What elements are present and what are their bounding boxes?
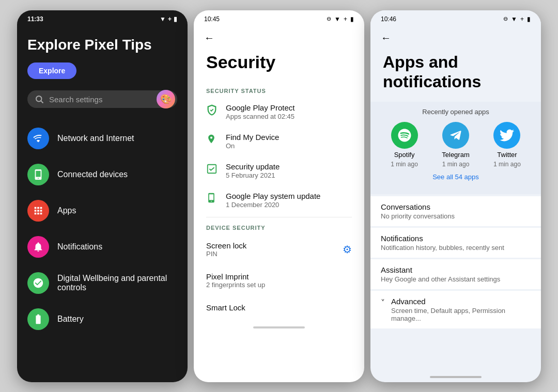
screen-lock-title: Screen lock	[206, 241, 246, 250]
wifi-icon-3: ▼	[511, 15, 517, 23]
advanced-title: Advanced	[391, 297, 531, 306]
back-button-2[interactable]: ←	[194, 26, 364, 48]
play-protect-title: Google Play Protect	[226, 103, 295, 112]
wifi-icon: ▼	[160, 15, 166, 23]
divider-2	[206, 217, 352, 217]
security-update-title: Security update	[226, 162, 280, 171]
search-placeholder: Search settings	[49, 95, 170, 104]
security-update-text: Security update 5 February 2021	[226, 162, 280, 179]
notifications-title: Notifications	[381, 234, 531, 243]
pixel-imprint-item[interactable]: Pixel Imprint 2 fingerprints set up	[194, 265, 364, 296]
home-indicator-2	[194, 319, 364, 333]
security-update-sub: 5 February 2021	[226, 171, 280, 179]
assistant-item[interactable]: Assistant Hey Google and other Assistant…	[370, 259, 541, 289]
find-device-sub: On	[226, 142, 279, 150]
smart-lock-title: Smart Lock	[206, 303, 245, 312]
home-bar-2	[253, 326, 305, 328]
menu-item-notifications[interactable]: Notifications	[27, 229, 177, 265]
notifications-label: Notifications	[57, 242, 102, 252]
signal-icon-2: +	[344, 15, 347, 23]
spotify-item[interactable]: Spotify 1 min ago	[391, 122, 418, 168]
advanced-text: Advanced Screen time, Default apps, Perm…	[391, 297, 531, 322]
recently-opened-label: Recently opened apps	[379, 108, 533, 116]
security-item-play-protect[interactable]: Google Play Protect Apps scanned at 02:4…	[194, 97, 364, 127]
storage-icon-3: ⊖	[503, 15, 508, 22]
battery-icon: ▮	[174, 15, 177, 23]
security-update-icon	[206, 163, 219, 177]
time-1: 11:33	[27, 15, 43, 23]
spotify-icon	[391, 122, 418, 149]
svg-line-1	[41, 101, 43, 103]
spotify-name: Spotify	[394, 151, 415, 159]
conversations-sub: No priority conversations	[381, 212, 531, 220]
back-button-3[interactable]: ←	[370, 26, 541, 48]
svg-point-0	[36, 96, 42, 102]
battery-icon-2: ▮	[350, 15, 354, 23]
signal-icon-3: +	[520, 15, 524, 23]
pixel-imprint-text: Pixel Imprint 2 fingerprints set up	[206, 272, 265, 289]
security-item-update[interactable]: Security update 5 February 2021	[194, 156, 364, 185]
home-indicator-3	[370, 369, 541, 382]
signal-icon: +	[168, 15, 172, 23]
assistant-title: Assistant	[381, 265, 531, 274]
screen-lock-text: Screen lock PIN	[206, 241, 246, 258]
screen-lock-item[interactable]: Screen lock PIN ⚙	[194, 234, 364, 265]
phone1-content: Explore Pixel Tips Explore Search settin…	[17, 26, 188, 338]
phone-security: 10:45 ⊖ ▼ + ▮ ← Security SECURITY STATUS…	[194, 10, 364, 382]
advanced-sub: Screen time, Default apps, Permission ma…	[391, 307, 531, 322]
network-icon	[27, 128, 49, 149]
twitter-icon	[493, 122, 520, 149]
smart-lock-text: Smart Lock	[206, 303, 245, 312]
system-update-text: Google Play system update 1 December 202…	[226, 192, 320, 209]
phone-dark-settings: 11:33 ▼ + ▮ Explore Pixel Tips Explore S…	[17, 10, 188, 382]
telegram-name: Telegram	[442, 151, 469, 159]
recently-opened-section: Recently opened apps Spotify 1 min ago	[370, 102, 541, 194]
status-icons-3: ⊖ ▼ + ▮	[503, 15, 531, 23]
menu-item-connected[interactable]: Connected devices	[27, 156, 177, 193]
system-update-sub: 1 December 2020	[226, 201, 320, 209]
conversations-title: Conversations	[381, 202, 531, 211]
explore-button[interactable]: Explore	[27, 62, 76, 79]
network-label: Network and Internet	[57, 134, 134, 143]
notifications-item[interactable]: Notifications Notification history, bubb…	[370, 228, 541, 258]
advanced-item[interactable]: ˅ Advanced Screen time, Default apps, Pe…	[370, 291, 541, 328]
menu-item-network[interactable]: Network and Internet	[27, 120, 177, 156]
play-protect-text: Google Play Protect Apps scanned at 02:4…	[226, 103, 295, 120]
status-bar-2: 10:45 ⊖ ▼ + ▮	[194, 10, 364, 26]
menu-item-battery[interactable]: Battery	[27, 301, 177, 337]
telegram-time: 1 min ago	[442, 161, 470, 168]
assistant-sub: Hey Google and other Assistant settings	[381, 275, 531, 283]
status-bar-3: 10:46 ⊖ ▼ + ▮	[370, 10, 541, 26]
see-all-apps[interactable]: See all 54 apps	[379, 168, 533, 186]
wellbeing-icon	[27, 272, 49, 294]
security-item-system-update[interactable]: Google Play system update 1 December 202…	[194, 185, 364, 215]
smart-lock-item[interactable]: Smart Lock	[194, 296, 364, 319]
system-update-title: Google Play system update	[226, 192, 320, 200]
time-3: 10:46	[381, 15, 396, 23]
battery-icon-3: ▮	[527, 15, 531, 23]
find-device-title: Find My Device	[226, 133, 279, 142]
connected-label: Connected devices	[57, 170, 128, 179]
find-device-text: Find My Device On	[226, 133, 279, 150]
twitter-item[interactable]: Twitter 1 min ago	[493, 122, 521, 168]
menu-item-apps[interactable]: Apps	[27, 193, 177, 229]
home-bar-3	[430, 376, 482, 378]
twitter-time: 1 min ago	[493, 161, 521, 168]
phone-apps-notifications: 10:46 ⊖ ▼ + ▮ ← Apps and notifications R…	[370, 10, 541, 382]
security-item-find-device[interactable]: Find My Device On	[194, 127, 364, 156]
battery-circle-icon	[27, 308, 49, 330]
status-bar-1: 11:33 ▼ + ▮	[17, 10, 188, 26]
menu-item-wellbeing[interactable]: Digital Wellbeing and parental controls	[27, 265, 177, 301]
screen-lock-sub: PIN	[206, 250, 246, 258]
apps-icon	[27, 200, 49, 222]
conversations-item[interactable]: Conversations No priority conversations	[370, 196, 541, 226]
search-bar[interactable]: Search settings 🎨	[27, 90, 177, 108]
pixel-imprint-sub: 2 fingerprints set up	[206, 281, 265, 289]
telegram-item[interactable]: Telegram 1 min ago	[442, 122, 469, 168]
security-status-label: SECURITY STATUS	[194, 83, 364, 97]
device-security-label: DEVICE SECURITY	[194, 219, 364, 234]
system-update-icon	[206, 193, 219, 206]
avatar: 🎨	[157, 90, 175, 108]
status-icons-1: ▼ + ▮	[160, 15, 177, 23]
gear-icon[interactable]: ⚙	[343, 243, 352, 256]
